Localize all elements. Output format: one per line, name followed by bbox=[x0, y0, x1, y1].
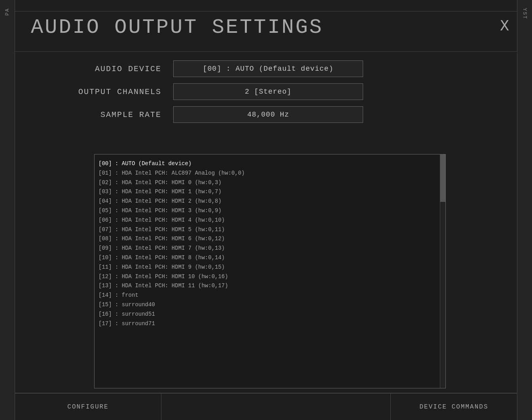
device-list-item[interactable]: [01] : HDA Intel PCH: ALC897 Analog (hw:… bbox=[98, 169, 436, 178]
device-list-scroll[interactable]: [00] : AUTO (Default device)[01] : HDA I… bbox=[95, 154, 440, 388]
output-channels-row: OUTPUT CHANNELS 2 [Stereo] bbox=[15, 80, 517, 103]
device-commands-button[interactable]: DEVICE COMMANDS bbox=[390, 394, 517, 420]
left-sidebar: PA bbox=[0, 0, 15, 420]
device-list-item[interactable]: [08] : HDA Intel PCH: HDMI 6 (hw:0,12) bbox=[98, 234, 436, 244]
device-list-item[interactable]: [03] : HDA Intel PCH: HDMI 1 (hw:0,7) bbox=[98, 187, 436, 197]
device-list-item[interactable]: [07] : HDA Intel PCH: HDMI 5 (hw:0,11) bbox=[98, 225, 436, 235]
title-rule bbox=[15, 51, 517, 52]
sample-rate-label: SAMPLE RATE bbox=[31, 110, 173, 119]
main-content: AUDIO OUTPUT SETTINGS X AUDIO DEVICE [00… bbox=[15, 0, 517, 420]
device-list-container: [00] : AUTO (Default device)[01] : HDA I… bbox=[94, 154, 446, 388]
left-sidebar-label: PA bbox=[4, 8, 10, 16]
device-list-item[interactable]: [04] : HDA Intel PCH: HDMI 2 (hw:0,8) bbox=[98, 197, 436, 206]
device-list-item[interactable]: [06] : HDA Intel PCH: HDMI 4 (hw:0,10) bbox=[98, 216, 436, 225]
sample-rate-dropdown[interactable]: 48,000 Hz bbox=[173, 106, 363, 123]
title-bar: AUDIO OUTPUT SETTINGS bbox=[31, 16, 493, 39]
configure-button[interactable]: CONFIGURE bbox=[15, 394, 161, 420]
right-sidebar-label: YST bbox=[522, 8, 528, 19]
scrollbar-track bbox=[440, 154, 445, 388]
close-button[interactable]: X bbox=[500, 19, 509, 34]
device-list-item[interactable]: [00] : AUTO (Default device) bbox=[98, 159, 436, 169]
device-list-item[interactable]: [11] : HDA Intel PCH: HDMI 9 (hw:0,15) bbox=[98, 263, 436, 272]
settings-container: AUDIO DEVICE [00] : AUTO (Default device… bbox=[15, 57, 517, 126]
scrollbar-thumb[interactable] bbox=[440, 154, 445, 202]
device-list-item[interactable]: [16] : surround51 bbox=[98, 310, 436, 319]
top-border-line bbox=[15, 11, 517, 11]
output-channels-label: OUTPUT CHANNELS bbox=[31, 87, 173, 96]
audio-device-dropdown[interactable]: [00] : AUTO (Default device) bbox=[173, 60, 363, 77]
audio-device-row: AUDIO DEVICE [00] : AUTO (Default device… bbox=[15, 57, 517, 80]
device-list-item[interactable]: [17] : surround71 bbox=[98, 319, 436, 329]
right-sidebar: YST bbox=[517, 0, 532, 420]
device-list-item[interactable]: [05] : HDA Intel PCH: HDMI 3 (hw:0,9) bbox=[98, 206, 436, 216]
device-list-item[interactable]: [12] : HDA Intel PCH: HDMI 10 (hw:0,16) bbox=[98, 272, 436, 282]
device-list-item[interactable]: [13] : HDA Intel PCH: HDMI 11 (hw:0,17) bbox=[98, 281, 436, 291]
device-list-item[interactable]: [09] : HDA Intel PCH: HDMI 7 (hw:0,13) bbox=[98, 244, 436, 253]
device-list-item[interactable]: [02] : HDA Intel PCH: HDMI 0 (hw:0,3) bbox=[98, 178, 436, 188]
device-list-item[interactable]: [15] : surround40 bbox=[98, 300, 436, 310]
device-list-item[interactable]: [10] : HDA Intel PCH: HDMI 8 (hw:0,14) bbox=[98, 253, 436, 263]
output-channels-dropdown[interactable]: 2 [Stereo] bbox=[173, 83, 363, 100]
page-title: AUDIO OUTPUT SETTINGS bbox=[31, 16, 493, 39]
footer-bar: CONFIGURE DEVICE COMMANDS bbox=[15, 393, 517, 420]
audio-device-label: AUDIO DEVICE bbox=[31, 64, 173, 73]
device-list-item[interactable]: [14] : front bbox=[98, 291, 436, 300]
sample-rate-row: SAMPLE RATE 48,000 Hz bbox=[15, 103, 517, 126]
